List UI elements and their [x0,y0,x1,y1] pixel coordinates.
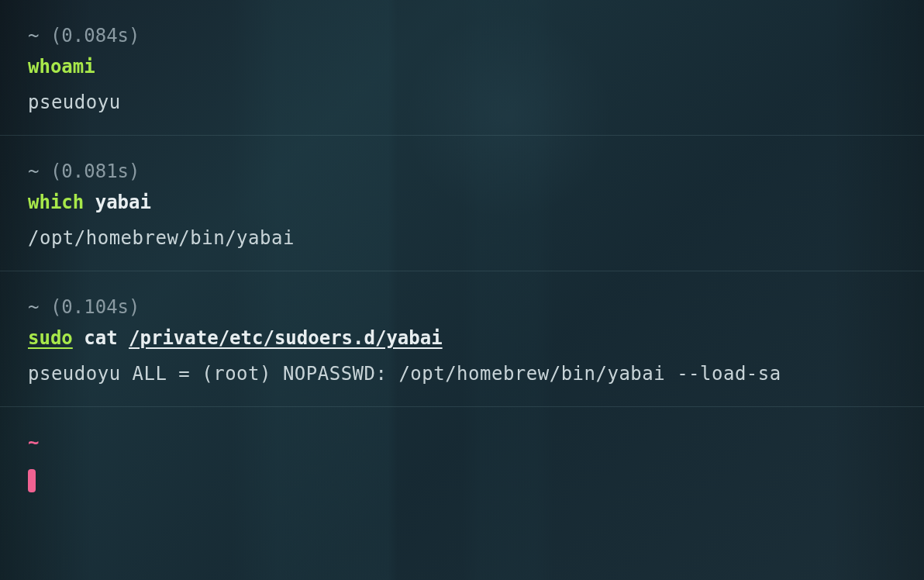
prompt-path: ~ [28,296,39,318]
command-block: ~ (0.104s) sudo cat /private/etc/sudoers… [0,271,924,407]
cursor-icon [28,469,36,492]
timing: (0.084s) [50,25,140,47]
command-output: /opt/homebrew/bin/yabai [28,227,896,249]
command-line: whoami [28,56,896,78]
command-text: whoami [28,56,95,78]
prompt-line: ~ (0.081s) [28,161,896,182]
command-line: sudo cat /private/etc/sudoers.d/yabai [28,327,896,349]
command-path-arg: /private/etc/sudoers.d/yabai [129,327,443,349]
command-input[interactable] [28,469,896,492]
command-block: ~ (0.081s) which yabai /opt/homebrew/bin… [0,136,924,271]
prompt-path: ~ [28,25,39,47]
command-line: which yabai [28,192,896,213]
command-block: ~ (0.084s) whoami pseudoyu [0,0,924,136]
timing: (0.104s) [50,296,140,318]
command-text: sudo [28,327,73,349]
command-output: pseudoyu [28,91,896,113]
prompt-line: ~ (0.084s) [28,25,896,47]
timing: (0.081s) [50,161,140,182]
terminal-window[interactable]: ~ (0.084s) whoami pseudoyu ~ (0.081s) wh… [0,0,924,514]
command-output: pseudoyu ALL = (root) NOPASSWD: /opt/hom… [28,363,896,385]
command-arg: cat [84,327,117,349]
active-prompt: ~ [28,432,896,454]
active-prompt-block: ~ [0,407,924,514]
prompt-path: ~ [28,161,39,182]
command-arg: yabai [95,192,151,213]
prompt-line: ~ (0.104s) [28,296,896,318]
command-text: which [28,192,84,213]
